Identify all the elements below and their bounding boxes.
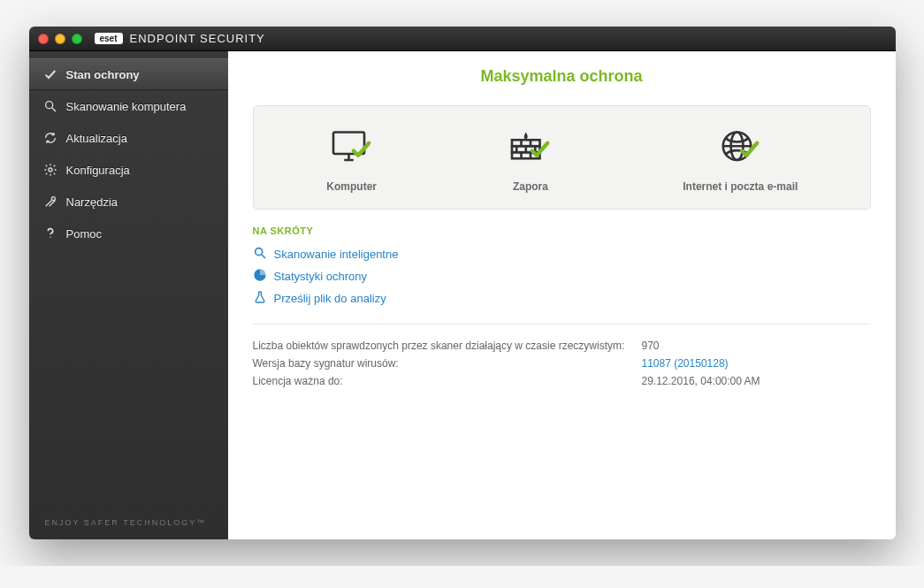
page-title: Maksymalna ochrona (253, 67, 871, 86)
info-value: 29.12.2016, 04:00:00 AM (642, 375, 760, 387)
svg-point-2 (49, 168, 52, 172)
question-icon (43, 226, 57, 241)
status-firewall[interactable]: Zapora (504, 126, 557, 193)
status-label: Internet i poczta e-mail (683, 180, 798, 193)
status-internet-email[interactable]: Internet i poczta e-mail (683, 126, 798, 193)
sidebar-item-label: Aktualizacja (66, 132, 127, 145)
info-row-license: Licencja ważna do: 29.12.2016, 04:00:00 … (253, 372, 871, 390)
svg-line-24 (262, 255, 265, 258)
shortcut-smart-scan[interactable]: Skanowanie inteligentne (253, 243, 871, 265)
shortcut-label: Prześlij plik do analizy (274, 292, 386, 305)
shortcut-submit-file[interactable]: Prześlij plik do analizy (253, 287, 871, 309)
sidebar-item-label: Pomoc (66, 227, 102, 241)
sidebar-footer: ENJOY SAFER TECHNOLOGY™ (29, 506, 228, 539)
info-label: Liczba obiektów sprawdzonych przez skane… (253, 340, 642, 352)
nav: Stan ochrony Skanowanie komputera Aktual… (29, 51, 228, 249)
svg-point-5 (51, 197, 55, 201)
svg-line-1 (52, 108, 56, 111)
shortcuts-heading: NA SKRÓTY (253, 225, 871, 236)
brand-logo: eset (95, 33, 123, 44)
info-label: Licencja ważna do: (253, 375, 642, 387)
sidebar-item-label: Skanowanie komputera (66, 100, 187, 113)
sidebar-item-label: Narzędzia (66, 195, 118, 209)
status-label: Zapora (513, 180, 548, 193)
sidebar-item-label: Stan ochrony (66, 68, 140, 81)
shortcut-label: Statystyki ochrony (274, 270, 368, 283)
protection-status-box: Komputer (253, 105, 871, 210)
status-label: Komputer (326, 180, 377, 193)
titlebar: eset ENDPOINT SECURITY (29, 27, 896, 51)
flask-icon (253, 290, 267, 307)
zoom-button[interactable] (72, 34, 82, 44)
gear-icon (43, 163, 57, 177)
shortcut-protection-stats[interactable]: Statystyki ochrony (253, 265, 871, 287)
globe-icon (714, 126, 767, 170)
divider (253, 324, 871, 325)
svg-point-6 (50, 237, 50, 238)
sidebar-item-computer-scan[interactable]: Skanowanie komputera (29, 90, 228, 122)
info-value: 970 (642, 340, 660, 352)
monitor-icon (325, 126, 378, 170)
svg-rect-7 (333, 133, 364, 155)
shortcut-label: Skanowanie inteligentne (274, 248, 399, 261)
app-body: Stan ochrony Skanowanie komputera Aktual… (29, 51, 896, 539)
window-controls (38, 34, 82, 44)
sidebar-item-tools[interactable]: Narzędzia (29, 186, 228, 218)
main-content: Maksymalna ochrona Komputer (228, 51, 896, 539)
refresh-icon (43, 131, 57, 145)
info-row-signature-db: Wersja bazy sygnatur wirusów: 11087 (201… (253, 355, 871, 372)
piechart-icon (253, 268, 267, 285)
tools-icon (43, 195, 57, 209)
signature-db-link[interactable]: 11087 (20150128) (642, 357, 729, 370)
sidebar: Stan ochrony Skanowanie komputera Aktual… (29, 51, 228, 539)
close-button[interactable] (38, 34, 49, 44)
firewall-icon (504, 126, 557, 170)
sidebar-item-protection-status[interactable]: Stan ochrony (29, 58, 228, 90)
status-computer[interactable]: Komputer (325, 126, 378, 193)
sidebar-item-label: Konfiguracja (66, 164, 130, 177)
minimize-button[interactable] (55, 34, 65, 44)
sidebar-item-setup[interactable]: Konfiguracja (29, 154, 228, 186)
brand-title: ENDPOINT SECURITY (130, 32, 265, 45)
magnifier-icon (43, 99, 57, 113)
check-icon (43, 67, 57, 81)
sidebar-item-help[interactable]: Pomoc (29, 218, 228, 249)
info-row-scanned-objects: Liczba obiektów sprawdzonych przez skane… (253, 337, 871, 355)
magnifier-icon (253, 246, 267, 263)
info-label: Wersja bazy sygnatur wirusów: (253, 357, 642, 370)
sidebar-item-update[interactable]: Aktualizacja (29, 122, 228, 154)
app-window: eset ENDPOINT SECURITY Stan ochrony Skan… (29, 27, 896, 539)
svg-point-23 (255, 248, 262, 256)
svg-point-0 (45, 102, 52, 109)
brand: eset ENDPOINT SECURITY (95, 32, 265, 45)
